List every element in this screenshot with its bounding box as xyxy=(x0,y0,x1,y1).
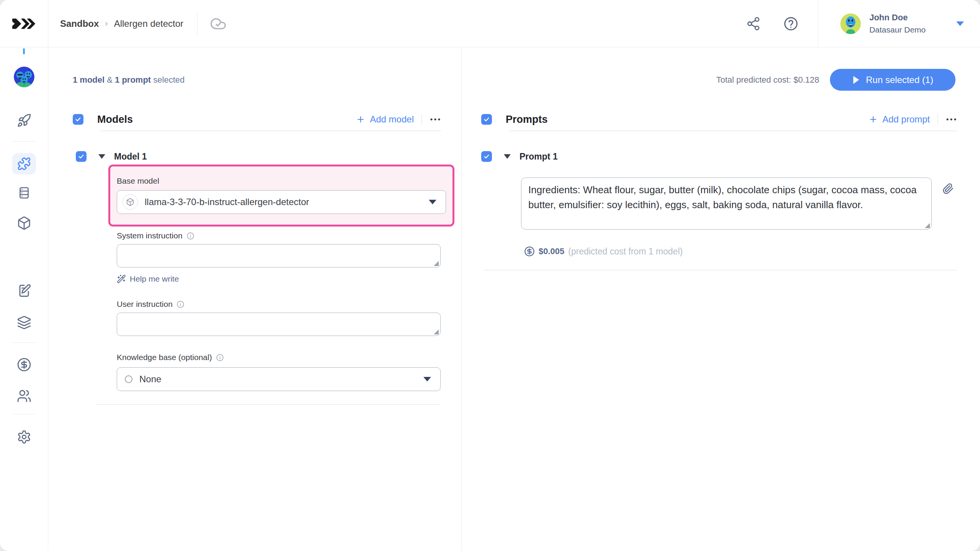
sidebar xyxy=(0,47,48,551)
model-1-collapse-caret-icon[interactable] xyxy=(98,154,106,159)
base-model-highlight-callout: Base model llama-3-3-70-b-instruct-aller… xyxy=(108,165,454,227)
user-name: John Doe xyxy=(869,12,926,23)
models-menu-icon[interactable] xyxy=(430,117,441,122)
base-model-label-text: Base model xyxy=(117,176,159,186)
models-panel: Models Add model xyxy=(48,113,461,405)
model-cube-icon xyxy=(122,194,138,210)
help-me-write-button[interactable]: Help me write xyxy=(117,274,441,284)
add-prompt-button[interactable]: Add prompt xyxy=(869,114,930,125)
sidebar-item-datasets-server-icon[interactable] xyxy=(17,186,31,200)
user-instruction-wrap xyxy=(117,313,441,337)
panels: Models Add model xyxy=(48,113,980,405)
info-icon[interactable] xyxy=(176,300,185,308)
prompt-cost-row: $0.005 (predicted cost from 1 model) xyxy=(524,246,957,257)
system-instruction-input[interactable] xyxy=(117,244,441,267)
breadcrumb-parent[interactable]: Sandbox xyxy=(60,18,99,29)
header-separator xyxy=(421,114,422,125)
plus-icon xyxy=(356,115,365,124)
total-cost-label: Total predicted cost: xyxy=(716,75,791,85)
run-selected-button[interactable]: Run selected (1) xyxy=(830,69,956,91)
prompts-menu-icon[interactable] xyxy=(946,117,957,122)
user-instruction-label: User instruction xyxy=(117,300,441,309)
breadcrumb-separator: › xyxy=(105,19,108,29)
sidebar-item-sandbox-rocket-icon[interactable] xyxy=(17,113,31,128)
user-org: Datasaur Demo xyxy=(869,25,926,35)
info-icon[interactable] xyxy=(216,354,224,362)
sidebar-item-workflows-layers-icon[interactable] xyxy=(17,315,31,330)
models-select-all-checkbox[interactable] xyxy=(73,114,83,125)
sidebar-item-billing-dollar-icon[interactable] xyxy=(17,357,31,372)
main-content: 1 model & 1 prompt selected Total predic… xyxy=(48,47,980,551)
prompts-panel-title: Prompts xyxy=(506,114,548,126)
prompts-panel-header: Prompts Add prompt xyxy=(481,113,957,126)
prompt-cost-note: (predicted cost from 1 model) xyxy=(568,246,683,257)
sidebar-item-models-cube-icon[interactable] xyxy=(17,216,31,230)
workspace-avatar[interactable] xyxy=(14,67,34,87)
selection-suffix: selected xyxy=(153,75,185,85)
total-cost-value: $0.128 xyxy=(794,75,819,85)
selection-summary: 1 model & 1 prompt selected xyxy=(73,75,185,85)
base-model-select[interactable]: llama-3-3-70-b-instruct-allergen-detecto… xyxy=(117,190,446,214)
play-icon xyxy=(852,76,860,84)
sidebar-scroll-indicator xyxy=(23,48,25,54)
breadcrumb: Sandbox › Allergen detector xyxy=(48,0,228,47)
prompt-1-collapse-caret-icon[interactable] xyxy=(503,154,511,159)
wand-sparkles-icon xyxy=(117,274,126,284)
sidebar-item-annotation-file-edit-icon[interactable] xyxy=(17,284,31,298)
share-icon[interactable] xyxy=(743,13,764,34)
selection-prompts-count: 1 prompt xyxy=(115,75,151,85)
prompts-select-all-checkbox[interactable] xyxy=(481,114,492,125)
run-selected-label: Run selected (1) xyxy=(866,75,933,85)
help-icon[interactable] xyxy=(780,13,802,34)
base-model-caret-icon xyxy=(428,199,437,205)
datasaur-logo[interactable] xyxy=(0,0,48,47)
info-icon[interactable] xyxy=(186,232,194,240)
sidebar-item-settings-gear-icon[interactable] xyxy=(17,430,31,444)
attachment-paperclip-icon[interactable] xyxy=(942,183,954,231)
add-prompt-label: Add prompt xyxy=(882,114,930,125)
model-1-checkbox[interactable] xyxy=(76,151,87,162)
add-model-button[interactable]: Add model xyxy=(356,114,414,125)
model-item-row: Model 1 xyxy=(73,151,441,162)
system-instruction-wrap xyxy=(117,244,441,269)
dollar-circle-icon xyxy=(524,246,535,257)
sidebar-divider xyxy=(12,414,36,414)
sidebar-item-members-users-icon[interactable] xyxy=(17,389,31,403)
add-model-label: Add model xyxy=(370,114,414,125)
help-me-write-label: Help me write xyxy=(130,274,179,284)
user-names: John Doe Datasaur Demo xyxy=(869,12,926,35)
user-menu[interactable]: John Doe Datasaur Demo xyxy=(818,0,980,47)
prompt-text-input[interactable]: Ingredients: Wheat flour, sugar, butter … xyxy=(521,178,932,230)
resize-handle[interactable] xyxy=(434,261,439,266)
selection-models-count: 1 model xyxy=(73,75,105,85)
breadcrumb-current: Allergen detector xyxy=(114,18,183,29)
column-divider xyxy=(461,47,462,551)
user-avatar xyxy=(840,13,861,34)
base-model-label: Base model xyxy=(117,176,446,186)
user-menu-caret-icon[interactable] xyxy=(956,21,965,27)
knowledge-base-caret-icon xyxy=(423,376,432,382)
model-form: System instruction xyxy=(117,231,441,391)
knowledge-base-label-text: Knowledge base (optional) xyxy=(117,353,212,362)
models-header-rule xyxy=(101,130,441,131)
cloud-synced-icon xyxy=(208,15,228,32)
knowledge-base-select[interactable]: None xyxy=(117,367,441,391)
user-instruction-input[interactable] xyxy=(117,313,441,336)
resize-handle[interactable] xyxy=(434,329,439,334)
models-bottom-rule xyxy=(96,404,440,405)
total-predicted-cost: Total predicted cost: $0.128 xyxy=(716,75,819,85)
sidebar-item-playground-puzzle-icon[interactable] xyxy=(12,153,36,174)
prompts-panel: Prompts Add prompt xyxy=(461,113,980,405)
model-1-title: Model 1 xyxy=(114,152,147,162)
selection-toolbar: 1 model & 1 prompt selected Total predic… xyxy=(48,47,980,91)
header-separator xyxy=(938,114,938,125)
header-actions: John Doe Datasaur Demo xyxy=(743,0,980,47)
plus-icon xyxy=(869,115,878,124)
models-panel-header: Models Add model xyxy=(73,113,441,126)
resize-handle[interactable] xyxy=(925,223,930,228)
prompt-1-checkbox[interactable] xyxy=(481,151,492,162)
top-header: Sandbox › Allergen detector xyxy=(0,0,980,47)
user-instruction-label-text: User instruction xyxy=(117,300,173,309)
sidebar-divider xyxy=(12,141,36,142)
prompt-input-wrap: Ingredients: Wheat flour, sugar, butter … xyxy=(521,178,932,231)
